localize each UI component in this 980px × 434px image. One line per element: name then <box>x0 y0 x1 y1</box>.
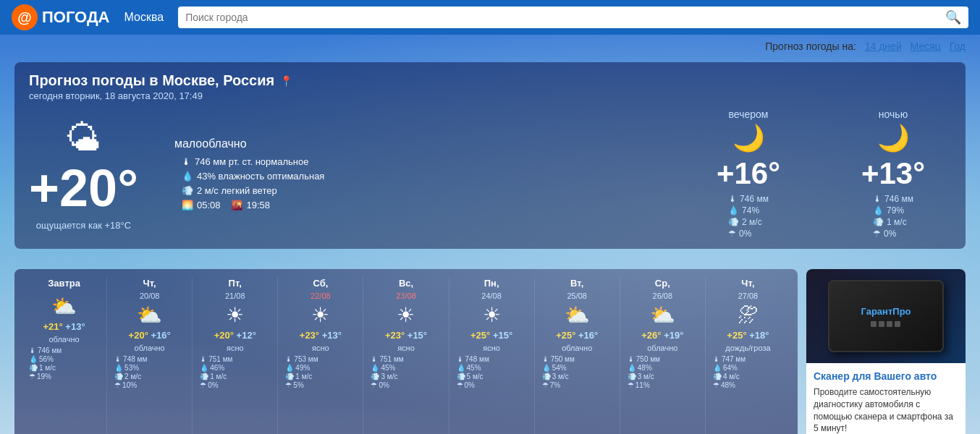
night-block: ночью 🌙 +13° 🌡746 мм 💧79% 💨1 м/с ☂0% <box>835 109 951 239</box>
search-box: 🔍 <box>178 7 968 28</box>
evening-block: вечером 🌙 +16° 🌡746 мм 💧74% 💨2 м/с ☂0% <box>690 109 806 239</box>
sunrise-icon: 🌅 <box>182 200 193 210</box>
sunset-icon: 🌇 <box>231 200 242 210</box>
current-title: Прогноз погоды в Москве, Россия 📍 <box>29 72 951 89</box>
obd-logo: ГарантПро <box>861 306 911 327</box>
obd-device-image: ГарантПро <box>828 280 944 352</box>
evening-details: 🌡746 мм 💧74% 💨2 м/с ☂0% <box>728 194 769 239</box>
wind-detail: 💨 2 м/с легкий ветер <box>182 185 324 196</box>
pressure-detail: 🌡 746 мм рт. ст. нормальное <box>182 156 324 167</box>
evening-temp: +16° <box>717 156 780 191</box>
feels-like: ощущается как +18°С <box>36 220 131 231</box>
night-details: 🌡746 мм 💧79% 💨1 м/с ☂0% <box>873 194 913 239</box>
pressure-icon: 🌡 <box>182 156 191 167</box>
current-details: 🌡 746 мм рт. ст. нормальное 💧 43% влажно… <box>182 156 324 210</box>
logo: @ ПОГОДА <box>12 4 110 30</box>
humidity-detail: 💧 43% влажность оптимальная <box>182 171 324 182</box>
current-title-text: Прогноз погоды в Москве, Россия <box>29 72 274 89</box>
wind-text: 2 м/с легкий ветер <box>197 185 277 196</box>
night-precip: ☂0% <box>873 229 913 239</box>
pressure-text: 746 мм рт. ст. нормальное <box>195 156 309 167</box>
sun-times: 🌅 05:08 🌇 19:58 <box>182 200 324 210</box>
current-info: малооблачно 🌡 746 мм рт. ст. нормальное … <box>167 137 324 210</box>
night-temp: +13° <box>861 156 925 191</box>
wind-icon: 💨 <box>182 185 193 196</box>
sunrise-time: 05:08 <box>197 200 221 210</box>
current-icon-temp: 🌤 +20° ощущается как +18°С <box>29 117 138 231</box>
search-icon[interactable]: 🔍 <box>945 9 961 25</box>
evening-label: вечером <box>729 109 769 120</box>
evening-wind: 💨2 м/с <box>728 217 769 227</box>
current-weather-icon: 🌤 <box>65 117 101 159</box>
current-date: сегодня вторник, 18 августа 2020, 17:49 <box>29 90 951 101</box>
humidity-text: 43% влажность оптимальная <box>197 171 324 182</box>
hero-section: Прогноз погоды на: 14 дней Месяц Год Про… <box>0 35 980 434</box>
header-city[interactable]: Москва <box>124 11 164 24</box>
current-main: 🌤 +20° ощущается как +18°С малооблачно 🌡… <box>29 109 951 239</box>
condition-label: малооблачно <box>174 137 324 150</box>
logo-text: ПОГОДА <box>42 8 110 27</box>
evening-icon: 🌙 <box>732 123 765 153</box>
night-pressure: 🌡746 мм <box>873 194 913 204</box>
logo-icon: @ <box>12 4 38 30</box>
night-humidity: 💧79% <box>873 205 913 216</box>
humidity-icon: 💧 <box>182 171 193 182</box>
ad-image: ГарантПро <box>806 269 966 363</box>
hero-inner: Прогноз погоды в Москве, Россия 📍 сегодн… <box>0 52 980 259</box>
evening-pressure: 🌡746 мм <box>728 194 769 204</box>
location-pin-icon: 📍 <box>280 75 292 87</box>
sunset-time: 19:58 <box>246 200 270 210</box>
header: @ ПОГОДА Москва 🔍 <box>0 0 980 35</box>
night-label: ночью <box>879 109 908 120</box>
search-input[interactable] <box>185 12 939 23</box>
evening-humidity: 💧74% <box>728 205 769 216</box>
current-temp: +20° <box>29 162 138 214</box>
current-weather-block: Прогноз погоды в Москве, Россия 📍 сегодн… <box>14 62 966 249</box>
evening-precip: ☂0% <box>728 229 769 239</box>
night-icon: 🌙 <box>877 123 910 153</box>
night-wind: 💨1 м/с <box>873 217 913 227</box>
